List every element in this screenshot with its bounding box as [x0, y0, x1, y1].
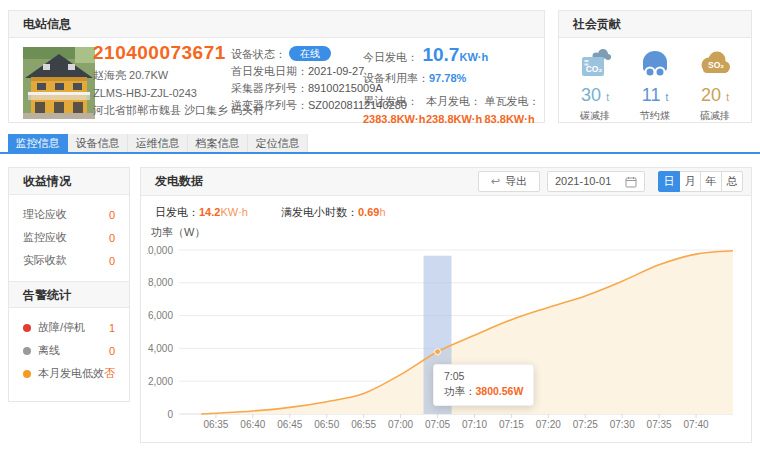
main-tabbar: 监控信息 设备信息 运维信息 档案信息 定位信息: [8, 134, 308, 152]
coal-label: 节约煤: [625, 109, 685, 123]
fault-dot-icon: [23, 324, 31, 332]
so2-value: 20: [701, 85, 721, 105]
low-efficiency-flag: 否: [104, 366, 115, 381]
today-generation-value: 10.7: [422, 44, 459, 65]
co2-reduction-cell: CO₂ 30 t 碳减排: [565, 46, 625, 123]
svg-text:SO₂: SO₂: [708, 60, 724, 70]
co2-label: 碳减排: [565, 109, 625, 123]
svg-text:6,000: 6,000: [148, 310, 173, 321]
power-chart-svg[interactable]: 02,0004,0006,0008,00010,00006:3506:4006:…: [147, 236, 747, 441]
today-generation-row: 今日发电： 10.7KW·h: [363, 44, 543, 66]
sidebar-panel: 收益情况 理论应收 0 监控应收 0 实际收款 0 告警统计 故障/停机 1 离…: [8, 167, 130, 402]
svg-text:07:40: 07:40: [684, 419, 709, 430]
svg-text:8,000: 8,000: [148, 277, 173, 288]
revenue-section-title: 收益情况: [9, 168, 129, 195]
tab-operation-info[interactable]: 运维信息: [128, 134, 188, 152]
per-watt-generation-cell: 单瓦发电： 83.8KW·h: [485, 94, 543, 125]
svg-text:06:35: 06:35: [203, 419, 228, 430]
fault-count: 1: [109, 322, 115, 334]
chart-tooltip: 7:05 功率：3800.56W: [433, 364, 534, 406]
tab-archive-info[interactable]: 档案信息: [188, 134, 248, 152]
house-image: [23, 47, 95, 119]
device-status-label: 设备状态：: [231, 48, 286, 60]
chart-toolbar: ↩ 导出 2021-10-01 日 月 年 总: [478, 171, 743, 192]
tooltip-time: 7:05: [444, 370, 523, 382]
tab-location-info[interactable]: 定位信息: [248, 134, 308, 152]
first-gen-date-row: 首日发电日期：2021-09-27: [231, 63, 361, 80]
svg-text:07:25: 07:25: [573, 419, 598, 430]
station-code: ZLMS-HBJ-ZJL-0243: [93, 87, 233, 99]
svg-text:07:30: 07:30: [610, 419, 635, 430]
svg-text:0: 0: [167, 409, 173, 420]
revenue-row-actual: 实际收款 0: [9, 249, 129, 272]
date-value: 2021-10-01: [555, 172, 611, 191]
full-hours-value: 0.69: [358, 206, 379, 218]
device-status-row: 设备状态： 在线: [231, 46, 361, 63]
svg-text:2,000: 2,000: [148, 376, 173, 387]
month-generation-value: 238.8KW·h: [426, 113, 484, 125]
generation-data-panel: 发电数据 ↩ 导出 2021-10-01 日 月: [140, 167, 752, 443]
online-status-badge: 在线: [289, 46, 331, 61]
coal-saving-cell: 11 t 节约煤: [625, 46, 685, 123]
social-contribution-panel: 社会贡献 CO₂ 30 t 碳减排: [558, 10, 752, 123]
coal-saving-icon: [637, 46, 673, 80]
svg-text:07:10: 07:10: [462, 419, 487, 430]
total-generation-value: 2383.8KW·h: [363, 113, 425, 125]
station-info-panel: 电站信息: [8, 10, 545, 123]
svg-text:07:20: 07:20: [536, 419, 561, 430]
total-generation-cell: 累计发电： 2383.8KW·h: [363, 94, 425, 125]
so2-label: 硫减排: [685, 109, 745, 123]
actual-received-value: 0: [109, 255, 115, 267]
calendar-icon: [625, 176, 637, 188]
date-picker[interactable]: 2021-10-01: [547, 171, 645, 192]
tooltip-power-value: 3800.56W: [476, 385, 524, 397]
range-month-button[interactable]: 月: [679, 171, 701, 192]
month-generation-cell: 本月发电： 238.8KW·h: [426, 94, 484, 125]
chart-panel-title: 发电数据: [155, 174, 203, 188]
svg-text:CO₂: CO₂: [586, 64, 603, 74]
alarm-row-offline: 离线 0: [9, 339, 129, 362]
co2-value: 30: [581, 85, 601, 105]
coal-value: 11: [642, 85, 661, 105]
offline-dot-icon: [23, 347, 31, 355]
station-id: 210400073671: [93, 42, 233, 64]
low-efficiency-dot-icon: [23, 370, 31, 378]
monitored-receivable-value: 0: [109, 232, 115, 244]
range-switcher: 日 月 年 总: [658, 171, 743, 192]
solar-monitoring-dashboard: 电站信息: [0, 0, 760, 457]
range-year-button[interactable]: 年: [700, 171, 722, 192]
revenue-row-monitored: 监控应收 0: [9, 226, 129, 249]
svg-text:4,000: 4,000: [148, 343, 173, 354]
svg-text:07:35: 07:35: [647, 419, 672, 430]
svg-text:06:55: 06:55: [351, 419, 376, 430]
alarm-row-fault: 故障/停机 1: [9, 316, 129, 339]
svg-text:07:15: 07:15: [499, 419, 524, 430]
export-icon: ↩: [491, 172, 500, 191]
range-total-button[interactable]: 总: [721, 171, 743, 192]
tabbar-underline: [0, 152, 760, 154]
station-address: 河北省邯郸市魏县 沙口集乡 码头村: [93, 103, 233, 118]
revenue-row-theoretical: 理论应收 0: [9, 203, 129, 226]
range-day-button[interactable]: 日: [658, 171, 680, 192]
svg-text:06:40: 06:40: [240, 419, 265, 430]
tab-device-info[interactable]: 设备信息: [68, 134, 128, 152]
offline-count: 0: [109, 345, 115, 357]
inverter-serial-row: 逆变器序列号：SZ00208112140280: [231, 97, 361, 114]
utilization-value: 97.78%: [429, 72, 466, 84]
so2-reduction-icon: SO₂: [697, 46, 733, 80]
svg-text:07:00: 07:00: [388, 419, 413, 430]
svg-text:10,000: 10,000: [147, 245, 173, 256]
svg-text:06:50: 06:50: [314, 419, 339, 430]
alarm-row-low-efficiency: 本月发电低效 否: [9, 362, 129, 385]
day-generation-value: 14.2: [199, 206, 220, 218]
tab-monitoring-info[interactable]: 监控信息: [8, 134, 68, 152]
svg-text:06:45: 06:45: [277, 419, 302, 430]
co2-reduction-icon: CO₂: [577, 46, 613, 80]
svg-text:07:05: 07:05: [425, 419, 450, 430]
per-watt-generation-value: 83.8KW·h: [485, 113, 543, 125]
first-gen-date: 2021-09-27: [308, 65, 364, 77]
export-button[interactable]: ↩ 导出: [478, 171, 540, 192]
hover-point-marker: [435, 349, 441, 355]
so2-reduction-cell: SO₂ 20 t 硫减排: [685, 46, 745, 123]
social-panel-title: 社会贡献: [559, 11, 751, 38]
